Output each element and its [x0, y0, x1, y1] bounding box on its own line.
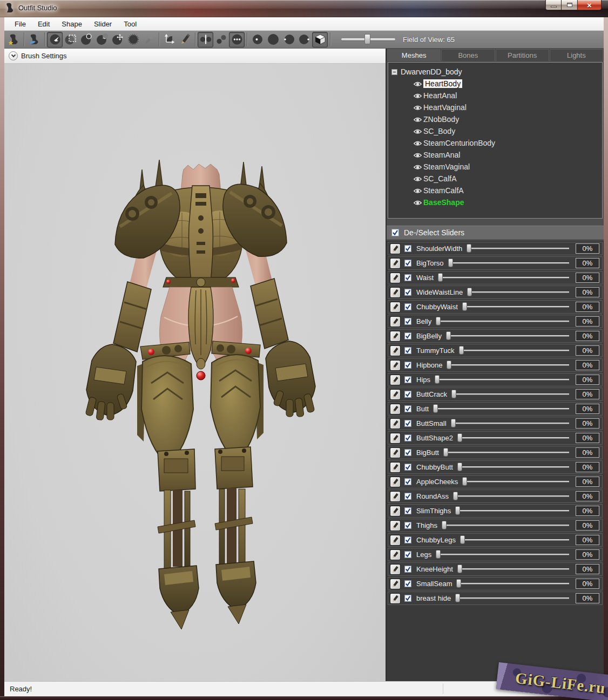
inflate-brush-button[interactable] — [78, 32, 94, 47]
eye-icon[interactable] — [413, 116, 422, 123]
slider-edit-button[interactable] — [390, 316, 401, 327]
slider-edit-button[interactable] — [390, 389, 401, 400]
tree-item[interactable]: SteamCenturionBody — [391, 137, 602, 149]
slider-edit-button[interactable] — [390, 418, 401, 429]
mask-brush-button[interactable] — [63, 32, 78, 47]
eye-icon[interactable] — [413, 140, 422, 147]
eye-icon[interactable] — [413, 80, 422, 87]
slider-checkbox[interactable] — [404, 289, 411, 296]
slider-track[interactable] — [452, 423, 569, 424]
slider-checkbox[interactable] — [404, 318, 411, 325]
3d-model-dwarven-armor-body[interactable] — [4, 64, 386, 681]
slider-track[interactable] — [463, 306, 569, 308]
slider-checkbox[interactable] — [404, 332, 411, 339]
slider-checkbox[interactable] — [404, 303, 411, 310]
slider-track[interactable] — [443, 525, 569, 526]
slider-checkbox[interactable] — [404, 566, 411, 573]
slider-handle[interactable] — [451, 390, 456, 398]
slider-edit-button[interactable] — [390, 345, 401, 356]
slider-track[interactable] — [436, 379, 569, 380]
slider-track[interactable] — [456, 510, 569, 512]
x-mirror-button[interactable] — [198, 32, 213, 47]
tree-item[interactable]: SC_CalfA — [391, 173, 602, 185]
slider-track[interactable] — [458, 568, 569, 570]
deflate-brush-button[interactable] — [94, 32, 110, 47]
menu-item[interactable]: Shape — [56, 18, 88, 30]
slider-handle[interactable] — [433, 404, 438, 413]
slider-edit-button[interactable] — [390, 477, 401, 487]
slider-edit-button[interactable] — [390, 287, 401, 298]
slider-track[interactable] — [437, 554, 569, 555]
load-reference-button[interactable] — [26, 32, 42, 47]
slider-checkbox[interactable] — [404, 522, 411, 529]
slider-handle[interactable] — [448, 259, 453, 267]
slider-track[interactable] — [444, 452, 569, 453]
slider-handle[interactable] — [462, 302, 467, 311]
slider-track[interactable] — [468, 248, 569, 249]
tree-item[interactable]: SC_Body — [391, 125, 602, 137]
slider-track[interactable] — [458, 466, 569, 468]
maximize-button[interactable] — [562, 0, 577, 10]
slider-track[interactable] — [437, 321, 569, 322]
slider-track[interactable] — [448, 364, 569, 366]
tree-item[interactable]: SteamCalfA — [391, 185, 602, 196]
minimize-button[interactable] — [545, 0, 562, 10]
slider-edit-button[interactable] — [390, 564, 401, 575]
slider-handle[interactable] — [460, 535, 465, 544]
slider-checkbox[interactable] — [404, 362, 411, 369]
tree-root-row[interactable]: DwarvenDD_body — [391, 66, 602, 78]
tree-item[interactable]: HeartBody — [391, 78, 602, 90]
slider-track[interactable] — [439, 277, 569, 278]
slider-checkbox[interactable] — [404, 434, 411, 441]
slider-edit-button[interactable] — [390, 447, 401, 458]
brush-settings-header[interactable]: Brush Settings — [4, 49, 386, 64]
slider-track[interactable] — [449, 262, 569, 264]
tree-item[interactable]: SteamAnal — [391, 149, 602, 161]
slider-edit-button[interactable] — [390, 243, 401, 254]
eye-icon[interactable] — [413, 175, 422, 182]
slider-checkbox[interactable] — [404, 493, 411, 500]
tree-item[interactable]: SteamVaginal — [391, 161, 602, 173]
tree-item[interactable]: HeartVaginal — [391, 101, 602, 113]
brush-focus-left-button[interactable] — [281, 32, 296, 47]
weight-brush-button[interactable] — [141, 32, 157, 47]
eye-icon[interactable] — [413, 128, 422, 135]
slider-track[interactable] — [454, 495, 569, 497]
eye-icon[interactable] — [413, 92, 422, 99]
slider-handle[interactable] — [453, 492, 458, 500]
menu-item[interactable]: Edit — [32, 18, 56, 30]
slider-edit-button[interactable] — [390, 506, 401, 516]
slider-checkbox[interactable] — [404, 595, 411, 602]
slider-edit-button[interactable] — [390, 535, 401, 546]
smooth-brush-button[interactable] — [125, 32, 141, 47]
slider-handle[interactable] — [436, 550, 441, 559]
eye-icon[interactable] — [413, 187, 422, 194]
3d-viewport[interactable] — [4, 64, 386, 681]
transform-tool-button[interactable] — [161, 32, 177, 47]
slider-edit-button[interactable] — [390, 302, 401, 312]
slider-handle[interactable] — [443, 448, 448, 457]
slider-checkbox[interactable] — [404, 507, 411, 514]
slider-checkbox[interactable] — [404, 376, 411, 383]
slider-handle[interactable] — [455, 506, 460, 515]
slider-edit-button[interactable] — [390, 258, 401, 269]
slider-track[interactable] — [463, 481, 569, 482]
eye-icon[interactable] — [413, 199, 422, 206]
slider-checkbox[interactable] — [404, 536, 411, 543]
slider-edit-button[interactable] — [390, 520, 401, 531]
slider-track[interactable] — [434, 408, 569, 410]
slider-checkbox[interactable] — [404, 464, 411, 471]
panel-tab[interactable]: Lights — [550, 49, 603, 61]
slider-checkbox[interactable] — [404, 478, 411, 485]
new-project-button[interactable] — [6, 32, 22, 47]
slider-track[interactable] — [456, 597, 569, 599]
eye-icon[interactable] — [413, 152, 422, 159]
eye-icon[interactable] — [413, 164, 422, 171]
slider-track[interactable] — [458, 437, 569, 439]
brush-size-large-button[interactable] — [265, 32, 281, 47]
deselect-sliders-checkbox[interactable] — [391, 229, 399, 236]
slider-edit-button[interactable] — [390, 360, 401, 371]
slider-checkbox[interactable] — [404, 580, 411, 587]
move-brush-button[interactable] — [110, 32, 125, 47]
titlebar[interactable]: Outfit Studio × — [0, 0, 608, 17]
